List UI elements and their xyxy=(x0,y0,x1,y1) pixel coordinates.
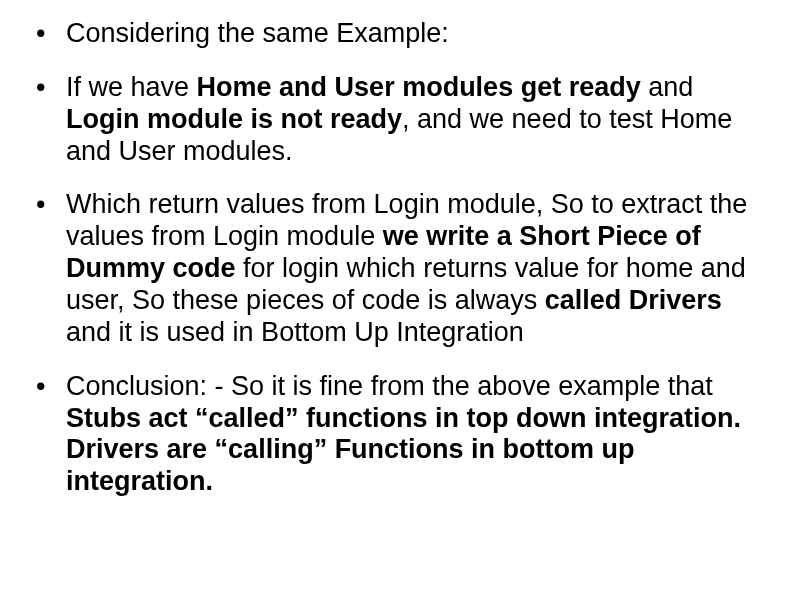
plain-text: Considering the same Example: xyxy=(66,18,449,48)
bold-text: Stubs act “called” functions in top down… xyxy=(66,403,741,497)
bold-text: Login module is not ready xyxy=(66,104,402,134)
slide: Considering the same Example: If we have… xyxy=(0,0,794,595)
plain-text: and it is used in Bottom Up Integration xyxy=(66,317,524,347)
list-item: Conclusion: - So it is fine from the abo… xyxy=(30,371,764,498)
plain-text: If we have xyxy=(66,72,197,102)
list-item: Considering the same Example: xyxy=(30,18,764,50)
list-item: Which return values from Login module, S… xyxy=(30,189,764,348)
bold-text: Home and User modules get ready xyxy=(197,72,641,102)
bold-text: called Drivers xyxy=(545,285,722,315)
plain-text: Conclusion: - So it is fine from the abo… xyxy=(66,371,713,401)
plain-text: and xyxy=(641,72,694,102)
bullet-list: Considering the same Example: If we have… xyxy=(30,18,764,498)
list-item: If we have Home and User modules get rea… xyxy=(30,72,764,168)
